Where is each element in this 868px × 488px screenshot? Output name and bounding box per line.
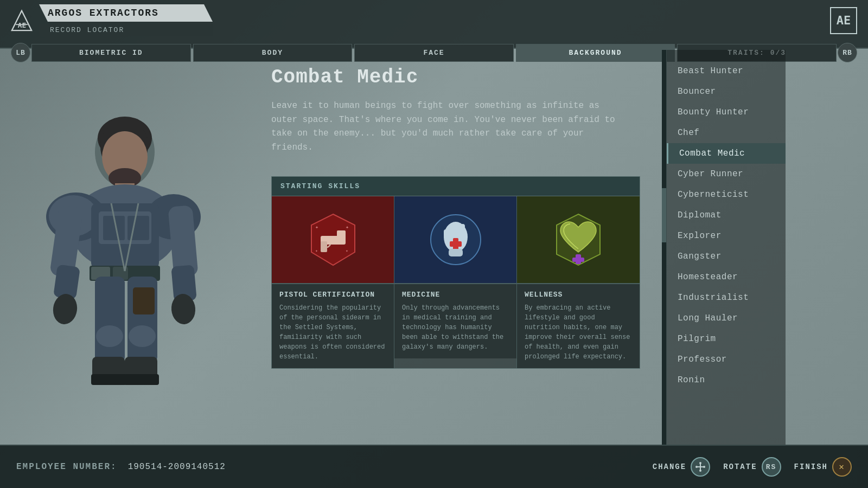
finish-btn-icon[interactable]: ✕ — [832, 457, 852, 477]
skill-icon-area-wellness — [517, 196, 640, 283]
character-area — [0, 50, 250, 445]
header-top: AE ARGOS EXTRACTORS RECORD LOCATOR AE — [0, 0, 868, 38]
character-portrait — [11, 98, 239, 445]
scrollbar-track[interactable] — [662, 50, 666, 445]
skills-section: STARTING SKILLS ✦ ✦ ✦ ✦ — [271, 176, 640, 369]
sidebar-item-gangster[interactable]: Gangster — [667, 246, 786, 267]
sidebar-item-ronin[interactable]: Ronin — [667, 370, 786, 390]
sidebar-item-bouncer[interactable]: Bouncer — [667, 81, 786, 102]
bottom-actions: CHANGE ROTATE RS FINISH ✕ — [653, 457, 852, 477]
svg-point-63 — [703, 466, 705, 468]
employee-number: 190514-2009140512 — [128, 462, 226, 472]
sidebar-item-long-hauler[interactable]: Long Hauler — [667, 308, 786, 329]
svg-rect-50 — [461, 224, 465, 234]
svg-text:AE: AE — [18, 21, 26, 29]
svg-text:✦: ✦ — [346, 224, 349, 230]
sidebar-item-professor[interactable]: Professor — [667, 349, 786, 370]
change-btn-icon[interactable] — [691, 457, 710, 477]
skill-card-medicine: MEDICINE Only through advancements in me… — [394, 196, 517, 368]
svg-rect-53 — [450, 241, 462, 247]
svg-rect-49 — [455, 223, 459, 234]
svg-rect-33 — [91, 374, 126, 385]
svg-point-60 — [699, 462, 701, 464]
skill-icon-area-medicine — [394, 196, 516, 283]
center-content: Combat Medic Leave it to human beings to… — [250, 50, 662, 445]
skill-desc-medicine: Only through advancements in medical tra… — [402, 303, 509, 352]
skill-card-wellness: WELLNESS By embracing an active lifestyl… — [517, 196, 640, 368]
skill-info-pistol: PISTOL CERTIFICATION Considering the pop… — [272, 283, 394, 368]
change-button[interactable]: CHANGE — [653, 457, 710, 477]
background-description: Leave it to human beings to fight over s… — [271, 99, 618, 155]
sidebar-item-cyber-runner[interactable]: Cyber Runner — [667, 164, 786, 184]
header: AE ARGOS EXTRACTORS RECORD LOCATOR AE LB… — [0, 0, 868, 49]
skill-name-pistol: PISTOL CERTIFICATION — [279, 291, 386, 299]
rotate-rs-label: RS — [766, 463, 777, 471]
svg-point-61 — [699, 470, 701, 472]
svg-rect-44 — [337, 230, 346, 243]
bottom-bar: EMPLOYEE NUMBER: 190514-2009140512 CHANG… — [0, 445, 868, 488]
sidebar-item-pilgrim[interactable]: Pilgrim — [667, 329, 786, 349]
skill-name-wellness: WELLNESS — [525, 291, 632, 299]
skill-card-pistol: ✦ ✦ ✦ ✦ PISTOL CERTIF — [272, 196, 394, 368]
sidebar-item-diplomat[interactable]: Diplomat — [667, 205, 786, 226]
svg-rect-54 — [449, 249, 463, 256]
finish-button[interactable]: FINISH ✕ — [794, 457, 852, 477]
sidebar-item-industrialist[interactable]: Industrialist — [667, 287, 786, 308]
svg-text:✦: ✦ — [346, 248, 348, 253]
svg-point-29 — [96, 325, 123, 347]
svg-text:✦: ✦ — [315, 248, 318, 253]
app-title: ARGOS EXTRACTORS — [39, 4, 213, 22]
sidebar-item-cyberneticist[interactable]: Cyberneticist — [667, 184, 786, 205]
rotate-label: ROTATE — [723, 463, 757, 471]
svg-point-30 — [129, 325, 156, 347]
sidebar-item-explorer[interactable]: Explorer — [667, 226, 786, 246]
svg-text:✦: ✦ — [315, 224, 318, 230]
skill-info-wellness: WELLNESS By embracing an active lifestyl… — [517, 283, 640, 368]
svg-rect-57 — [572, 258, 584, 262]
rotate-button[interactable]: ROTATE RS — [723, 457, 781, 477]
ae-logo-icon: AE — [11, 10, 33, 31]
main-content: Combat Medic Leave it to human beings to… — [0, 50, 868, 445]
scrollbar-thumb[interactable] — [662, 188, 666, 242]
ae-logo-badge: AE — [830, 7, 857, 34]
right-sidebar: Beast Hunter Bouncer Bounty Hunter Chef … — [666, 50, 786, 445]
ae-badge: AE — [830, 7, 857, 34]
background-title: Combat Medic — [271, 66, 640, 88]
record-locator: RECORD LOCATOR — [39, 24, 213, 36]
svg-rect-17 — [127, 216, 149, 240]
skill-desc-pistol: Considering the popularity of the person… — [279, 303, 386, 362]
change-label: CHANGE — [653, 463, 686, 471]
svg-rect-37 — [133, 287, 155, 314]
sidebar-item-bounty-hunter[interactable]: Bounty Hunter — [667, 102, 786, 123]
skill-desc-wellness: By embracing an active lifestyle and goo… — [525, 303, 632, 362]
finish-x-label: ✕ — [839, 461, 845, 472]
skill-name-medicine: MEDICINE — [402, 291, 509, 299]
svg-rect-34 — [124, 374, 159, 385]
svg-rect-27 — [95, 277, 125, 363]
sidebar-item-chef[interactable]: Chef — [667, 123, 786, 143]
medicine-icon — [426, 210, 486, 269]
sidebar-item-combat-medic[interactable]: Combat Medic — [667, 143, 786, 164]
employee-label: EMPLOYEE NUMBER: — [16, 462, 117, 472]
svg-point-62 — [695, 466, 698, 468]
finish-label: FINISH — [794, 463, 828, 471]
svg-rect-48 — [450, 225, 454, 235]
wellness-icon — [548, 210, 608, 269]
skill-icon-area-pistol: ✦ ✦ ✦ ✦ — [272, 196, 394, 283]
sidebar-item-homesteader[interactable]: Homesteader — [667, 267, 786, 287]
skill-info-medicine: MEDICINE Only through advancements in me… — [394, 283, 516, 358]
svg-rect-51 — [444, 229, 448, 237]
sidebar-item-beast-hunter[interactable]: Beast Hunter — [667, 61, 786, 81]
rotate-btn-icon[interactable]: RS — [762, 457, 781, 477]
logo-area: AE ARGOS EXTRACTORS RECORD LOCATOR — [11, 4, 213, 36]
pistol-icon: ✦ ✦ ✦ ✦ — [303, 210, 363, 269]
skills-header: STARTING SKILLS — [272, 177, 640, 196]
skills-grid: ✦ ✦ ✦ ✦ PISTOL CERTIF — [272, 196, 640, 368]
